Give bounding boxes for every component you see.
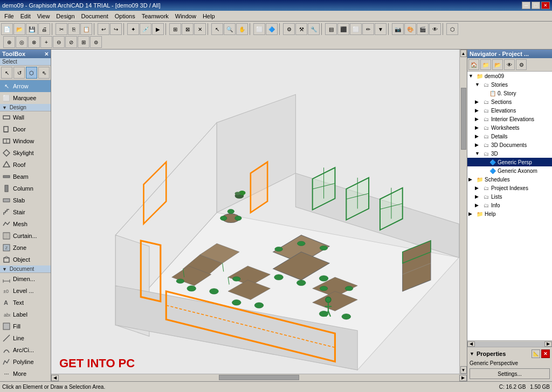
snap3[interactable]: ⊗ (28, 36, 40, 48)
pan-btn[interactable]: ✋ (236, 23, 248, 35)
tree-item-generic-persp[interactable]: 🔷 Generic Persp (467, 158, 552, 166)
menu-edit[interactable]: Edit (17, 12, 34, 20)
nav-scroll-left[interactable]: ◀ (467, 341, 475, 347)
minimize-button[interactable]: ─ (522, 2, 530, 9)
menu-design[interactable]: Design (53, 12, 78, 20)
toolbox-item-mesh[interactable]: Mesh (0, 218, 51, 230)
snap2[interactable]: ◎ (16, 36, 27, 48)
tree-item-demo09[interactable]: ▼ 📁 demo09 (467, 72, 552, 80)
snap7[interactable]: ⊞ (78, 36, 89, 48)
menu-help[interactable]: Help (199, 12, 218, 20)
properties-btn1[interactable]: 📐 (532, 349, 540, 358)
tree-item-details[interactable]: ▶ 🗂 Details (467, 132, 552, 141)
paste-button[interactable]: 📋 (80, 23, 92, 35)
toolbox-item-slab[interactable]: Slab (0, 194, 51, 206)
save-button[interactable]: 💾 (26, 23, 38, 35)
arrow-select-btn[interactable]: ↖ (1, 67, 12, 79)
horizontal-scrollbar[interactable]: ◀ ▶ (51, 374, 467, 381)
tree-item-3d-documents[interactable]: ▶ 🗂 3D Documents (467, 141, 552, 149)
tree-item-info[interactable]: ▶ 🗂 Info (467, 201, 552, 209)
properties-close-btn[interactable]: ✕ (541, 349, 550, 358)
close-button[interactable]: ✕ (541, 2, 550, 9)
toolbox-item-polyline[interactable]: Polyline (0, 356, 51, 368)
tree-item-worksheets[interactable]: ▶ 🗂 Worksheets (467, 123, 552, 132)
eyedropper-button[interactable]: 💉 (140, 23, 151, 35)
3d-view[interactable]: 🔷 (266, 23, 278, 35)
nav-settings-btn[interactable]: ⚙ (516, 59, 527, 70)
redo-button[interactable]: ↪ (110, 23, 122, 35)
zoom-in-button[interactable]: ✕ (194, 23, 206, 35)
scroll-down-btn[interactable]: ▼ (460, 366, 467, 374)
copy-button[interactable]: ⎘ (68, 23, 80, 35)
nav-scroll-right[interactable]: ▶ (544, 341, 552, 347)
vertical-scroll-thumb[interactable] (461, 88, 466, 150)
display-btn[interactable]: ⬜ (350, 23, 362, 35)
tree-item-interior-elevations[interactable]: ▶ 🗂 Interior Elevations (467, 115, 552, 123)
print-button[interactable]: 🖨 (38, 23, 50, 35)
toolbox-item-beam[interactable]: Beam (0, 171, 51, 183)
scroll-left-btn[interactable]: ◀ (51, 375, 59, 381)
toolbox-item-stair[interactable]: Stair (0, 206, 51, 218)
toolbox-item-arrow[interactable]: ↖ Arrow (0, 80, 51, 92)
maximize-button[interactable]: □ (532, 2, 540, 9)
vertical-scrollbar[interactable]: ▲ ▼ (459, 50, 467, 374)
toolbox-item-line[interactable]: Line (0, 332, 51, 344)
scroll-thumb[interactable] (219, 375, 299, 380)
capture-btn[interactable]: 📷 (392, 23, 404, 35)
scroll-up-btn[interactable]: ▲ (460, 50, 467, 57)
open-button[interactable]: 📂 (13, 23, 25, 35)
snap8[interactable]: ⊚ (90, 36, 102, 48)
toolbox-item-roof[interactable]: Roof (0, 159, 51, 171)
tree-item-help[interactable]: ▶ 📁 Help (467, 209, 552, 218)
deselect-button[interactable]: ⊠ (182, 23, 194, 35)
snap1[interactable]: ⊕ (3, 36, 15, 48)
nav-view-btn[interactable]: 👁 (504, 59, 515, 70)
toolbox-item-fill[interactable]: Fill (0, 320, 51, 332)
menu-options[interactable]: Options (112, 12, 139, 20)
scroll-right-btn[interactable]: ▶ (459, 375, 467, 381)
toolbox-item-object[interactable]: Object (0, 254, 51, 265)
nav-home-btn[interactable]: 🏠 (468, 59, 479, 70)
design-section-label[interactable]: ▼ Design (0, 104, 51, 111)
toolbox-item-more[interactable]: ··· More (0, 368, 51, 380)
arrow-tool[interactable]: ↖ (211, 23, 223, 35)
tree-item-lists[interactable]: ▶ 🗂 Lists (467, 192, 552, 201)
tree-item-generic-axono[interactable]: 🔷 Generic Axonom (467, 166, 552, 175)
menu-window[interactable]: Window (172, 12, 199, 20)
render-btn[interactable]: 🎨 (404, 23, 416, 35)
inject-button[interactable]: ▶ (152, 23, 164, 35)
nav-open-folder-btn[interactable]: 📂 (492, 59, 503, 70)
menu-file[interactable]: File (1, 12, 17, 20)
scroll-track[interactable] (59, 375, 459, 381)
toolbox-item-arc[interactable]: Arc/Ci... (0, 344, 51, 356)
toolbox-item-door[interactable]: Door (0, 123, 51, 135)
menu-teamwork[interactable]: Teamwork (139, 12, 172, 20)
tree-item-stories[interactable]: ▼ 🗂 Stories (467, 80, 552, 89)
select-active-btn[interactable]: ⬡ (26, 67, 37, 79)
nav-folder-btn[interactable]: 📁 (480, 59, 491, 70)
toolbox-item-text[interactable]: A Text (0, 297, 51, 309)
pen-btn[interactable]: ✏ (362, 23, 374, 35)
movie-btn[interactable]: 🎬 (417, 23, 429, 35)
zoom-btn2[interactable]: 🔍 (224, 23, 236, 35)
select-all-button[interactable]: ⊞ (169, 23, 181, 35)
toolbox-item-label[interactable]: abc Label (0, 309, 51, 320)
menu-document[interactable]: Document (78, 12, 112, 20)
toolbox-item-marquee[interactable]: ⬜ Marquee (0, 92, 51, 104)
nav-scroll-area[interactable]: ◀ ▶ (467, 340, 552, 347)
settings-button[interactable]: Settings... (470, 368, 550, 379)
tree-item-story0[interactable]: 📋 0. Story (467, 89, 552, 97)
nav-scroll-track[interactable] (475, 341, 544, 347)
snap5[interactable]: ⊖ (53, 36, 65, 48)
toolbox-item-column[interactable]: Column (0, 183, 51, 194)
layer-btn[interactable]: ▤ (325, 23, 337, 35)
vertical-scroll-track[interactable] (460, 57, 467, 366)
document-section-label[interactable]: ▼ Document (0, 265, 51, 273)
tree-item-sections[interactable]: ▶ 🗂 Sections (467, 97, 552, 106)
settings3[interactable]: 🔧 (308, 23, 320, 35)
tree-item-elevations[interactable]: ▶ 🗂 Elevations (467, 106, 552, 115)
tree-item-3d[interactable]: ▼ 🗂 3D (467, 149, 552, 158)
story-btn[interactable]: ⬛ (337, 23, 349, 35)
toolbox-close-button[interactable]: ✕ (44, 51, 49, 57)
toolbox-item-curtain[interactable]: Curtain... (0, 230, 51, 242)
